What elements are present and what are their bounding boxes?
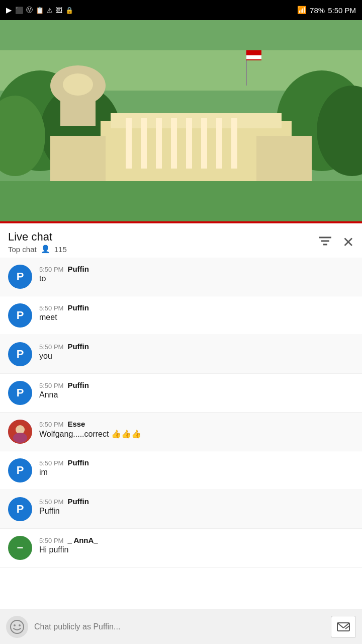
message-meta: 5:50 PM Puffin [39,303,89,312]
status-right: 📶 78% 5:50 PM [297,6,356,15]
message-content: 5:50 PM Puffin you [39,342,89,361]
chat-header-right: ✕ [318,234,354,251]
message-meta: 5:50 PM Esse [39,420,141,428]
status-icons: ▶ ⬛ Ⓜ 📋 ⚠ 🖼 🔒 [6,6,73,15]
chat-header-left: Live chat Top chat 👤 115 [8,230,67,254]
svg-point-34 [14,624,16,626]
app-icon-3: 📋 [36,7,44,14]
top-chat-label[interactable]: Top chat [8,245,37,254]
message-author: Puffin [67,497,89,506]
svg-rect-21 [256,136,312,186]
svg-rect-15 [171,118,177,169]
message-author: Puffin [67,265,89,273]
svg-rect-19 [231,118,237,169]
svg-rect-13 [141,118,147,169]
time-text: 5:50 PM [328,6,356,15]
message-meta: 5:50 PM _ AnnA_ [39,536,98,544]
chat-messages: P 5:50 PM Puffin to P 5:50 PM Puffin mee… [0,254,362,572]
viewer-count: 115 [54,245,67,254]
avatar [8,420,32,444]
svg-point-32 [13,433,27,443]
message-time: 5:50 PM [39,382,63,389]
svg-rect-11 [111,113,282,128]
send-button[interactable] [331,616,356,638]
message-text: im [39,468,89,477]
message-content: 5:50 PM Esse Wolfgang.....correct 👍👍👍 [39,420,141,439]
video-player[interactable] [0,20,362,221]
message-meta: 5:50 PM Puffin [39,342,89,351]
message-author: _ AnnA_ [67,536,98,544]
svg-rect-8 [60,101,96,126]
message-time: 5:50 PM [39,343,63,351]
avatar: P [8,381,32,405]
avatar: − [8,536,32,560]
message-author: Esse [67,420,85,428]
svg-point-35 [19,624,21,626]
message-meta: 5:50 PM Puffin [39,497,89,506]
chat-message-row: P 5:50 PM Puffin Anna [0,374,362,413]
message-time: 5:50 PM [39,304,63,312]
message-text: you [39,352,89,361]
avatar: P [8,497,32,521]
avatar: P [8,458,32,482]
chat-header: Live chat Top chat 👤 115 ✕ [0,223,362,254]
message-author: Puffin [67,381,89,389]
message-author: Puffin [67,458,89,467]
svg-point-9 [63,73,93,96]
message-author: Puffin [67,303,89,312]
chat-message-row: − 5:50 PM _ AnnA_ Hi puffin [0,529,362,568]
chat-message-row: P 5:50 PM Puffin Puffin [0,490,362,529]
svg-rect-20 [50,136,106,186]
message-text: Anna [39,390,89,399]
message-content: 5:50 PM Puffin Anna [39,381,89,399]
svg-line-37 [337,623,343,628]
chat-message-row: 5:50 PM Esse Wolfgang.....correct 👍👍👍 [0,413,362,451]
svg-rect-12 [126,118,132,169]
app-icon-5: 🖼 [56,7,62,14]
message-time: 5:50 PM [39,537,63,544]
avatar: P [8,342,32,366]
svg-point-33 [11,620,24,633]
svg-rect-17 [201,118,207,169]
emoji-button[interactable] [6,616,28,638]
message-meta: 5:50 PM Puffin [39,458,89,467]
avatar: P [8,265,32,289]
close-icon[interactable]: ✕ [342,234,354,251]
chat-input-bar [0,609,362,644]
live-chat-container: Live chat Top chat 👤 115 ✕ P [0,223,362,644]
status-bar: ▶ ⬛ Ⓜ 📋 ⚠ 🖼 🔒 📶 78% 5:50 PM [0,0,362,20]
message-time: 5:50 PM [39,421,63,428]
message-content: 5:50 PM Puffin im [39,458,89,477]
app-icon-6: 🔒 [65,7,73,14]
message-content: 5:50 PM Puffin Puffin [39,497,89,516]
message-meta: 5:50 PM Puffin [39,381,89,389]
app-icon-4: ⚠ [47,7,53,14]
chat-input[interactable] [34,616,325,638]
message-text: meet [39,313,89,322]
chat-subtitle: Top chat 👤 115 [8,245,67,254]
play-icon: ▶ [6,6,12,15]
wifi-icon: 📶 [297,6,307,15]
chat-message-row: P 5:50 PM Puffin to [0,258,362,296]
video-thumbnail [0,20,362,221]
person-icon: 👤 [41,245,50,254]
chat-title: Live chat [8,230,67,244]
chat-message-row: P 5:50 PM Puffin you [0,335,362,374]
message-text: Wolfgang.....correct 👍👍👍 [39,429,141,439]
app-icon-1: ⬛ [15,7,23,14]
filter-icon[interactable] [318,234,332,250]
message-time: 5:50 PM [39,459,63,467]
message-content: 5:50 PM _ AnnA_ Hi puffin [39,536,98,554]
app-icon-2: Ⓜ [26,6,33,15]
message-text: Hi puffin [39,545,98,554]
chat-message-row: P 5:50 PM Puffin meet [0,296,362,335]
svg-rect-25 [246,55,261,59]
svg-rect-18 [216,118,222,169]
message-content: 5:50 PM Puffin to [39,265,89,283]
avatar: P [8,303,32,328]
svg-rect-16 [186,118,192,169]
message-time: 5:50 PM [39,498,63,506]
message-meta: 5:50 PM Puffin [39,265,89,273]
message-time: 5:50 PM [39,266,63,273]
message-content: 5:50 PM Puffin meet [39,303,89,322]
